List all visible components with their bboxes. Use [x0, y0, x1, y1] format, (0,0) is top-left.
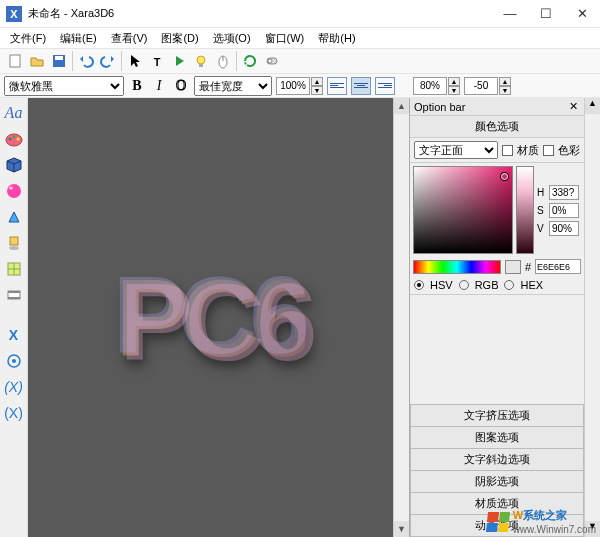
svg-text:T: T	[154, 56, 161, 68]
value-slider[interactable]	[516, 166, 534, 254]
main-toolbar: T	[0, 48, 600, 74]
depth-up[interactable]: ▲	[499, 77, 511, 86]
save-button[interactable]	[48, 50, 70, 72]
scroll-down-icon[interactable]: ▼	[394, 521, 409, 537]
rotate-button[interactable]	[3, 350, 25, 372]
section-shadow[interactable]: 阴影选项	[410, 470, 584, 492]
width-select[interactable]: 最佳宽度	[194, 76, 272, 96]
hex-input[interactable]	[535, 259, 581, 274]
window-title: 未命名 - Xara3D6	[28, 6, 114, 21]
color-picker-row: H S V	[410, 163, 584, 257]
material-checkbox[interactable]	[502, 145, 513, 156]
depth-down[interactable]: ▼	[499, 86, 511, 95]
bevel-button[interactable]	[3, 206, 25, 228]
hsv-radio[interactable]	[414, 280, 424, 290]
hex-mode-label: HEX	[520, 279, 543, 291]
x-axis-button[interactable]: X	[3, 324, 25, 346]
zoom-down[interactable]: ▼	[311, 86, 323, 95]
svg-point-6	[197, 56, 205, 64]
italic-button[interactable]: I	[150, 77, 168, 95]
undo-button[interactable]	[75, 50, 97, 72]
opacity-down[interactable]: ▼	[448, 86, 460, 95]
svg-rect-7	[199, 64, 203, 67]
sv-picker[interactable]	[413, 166, 513, 254]
watermark-text: 系统之家	[523, 509, 567, 521]
panel-vscroll[interactable]: ▲▼	[584, 98, 600, 537]
animation-button[interactable]	[3, 284, 25, 306]
scroll-up-icon[interactable]: ▲	[394, 98, 409, 114]
reset-x-button[interactable]: (X)	[3, 402, 25, 424]
panel-scroll-up[interactable]: ▲	[585, 98, 600, 114]
h-label: H	[537, 187, 547, 198]
section-pattern[interactable]: 图案选项	[410, 426, 584, 448]
color-target-select[interactable]: 文字正面	[414, 141, 498, 159]
color-mode-row: HSV RGB HEX	[410, 276, 584, 295]
menu-window[interactable]: 窗口(W)	[259, 30, 311, 47]
zoom-control[interactable]: ▲▼	[276, 77, 323, 95]
zoom-up[interactable]: ▲	[311, 77, 323, 86]
option-bar-close[interactable]: ✕	[566, 100, 580, 113]
play-button[interactable]	[168, 50, 190, 72]
canvas[interactable]: PC6	[28, 98, 393, 537]
toggle-button[interactable]	[261, 50, 283, 72]
canvas-vscroll[interactable]: ▲▼	[393, 98, 409, 537]
zoom-input[interactable]	[276, 77, 310, 95]
hue-slider[interactable]	[413, 260, 501, 274]
v-input[interactable]	[549, 221, 579, 236]
font-select[interactable]: 微软雅黑	[4, 76, 124, 96]
bold-button[interactable]: B	[128, 77, 146, 95]
redo-button[interactable]	[97, 50, 119, 72]
new-button[interactable]	[4, 50, 26, 72]
minimize-button[interactable]: —	[492, 0, 528, 28]
titlebar: X 未命名 - Xara3D6 — ☐ ✕	[0, 0, 600, 28]
color-section-header[interactable]: 颜色选项	[410, 116, 584, 138]
menu-help[interactable]: 帮助(H)	[312, 30, 361, 47]
h-input[interactable]	[549, 185, 579, 200]
opacity-control[interactable]: ▲▼	[413, 77, 460, 95]
depth-input[interactable]	[464, 77, 498, 95]
close-button[interactable]: ✕	[564, 0, 600, 28]
mouse-button[interactable]	[212, 50, 234, 72]
s-input[interactable]	[549, 203, 579, 218]
material-label: 材质	[517, 143, 539, 158]
s-label: S	[537, 205, 547, 216]
section-bevel[interactable]: 文字斜边选项	[410, 448, 584, 470]
texture-button[interactable]	[3, 258, 25, 280]
align-center-button[interactable]	[351, 77, 371, 95]
hex-radio[interactable]	[504, 280, 514, 290]
opacity-input[interactable]	[413, 77, 447, 95]
text-tool-button[interactable]: T	[146, 50, 168, 72]
svg-rect-22	[8, 291, 20, 293]
maximize-button[interactable]: ☐	[528, 0, 564, 28]
align-left-button[interactable]	[327, 77, 347, 95]
svg-point-25	[12, 359, 16, 363]
italic-x-button[interactable]: (X)	[3, 376, 25, 398]
menu-file[interactable]: 文件(F)	[4, 30, 52, 47]
rgb-radio[interactable]	[459, 280, 469, 290]
palette-button[interactable]	[3, 128, 25, 150]
text-style-button[interactable]: Aa	[3, 102, 25, 124]
opacity-up[interactable]: ▲	[448, 77, 460, 86]
menu-edit[interactable]: 编辑(E)	[54, 30, 103, 47]
light-button[interactable]	[190, 50, 212, 72]
app-icon: X	[6, 6, 22, 22]
menu-view[interactable]: 查看(V)	[105, 30, 154, 47]
shadow-button[interactable]	[3, 232, 25, 254]
cube-button[interactable]	[3, 154, 25, 176]
open-button[interactable]	[26, 50, 48, 72]
svg-text:X: X	[10, 8, 18, 20]
refresh-button[interactable]	[239, 50, 261, 72]
windows-flag-icon	[486, 512, 510, 532]
section-extrude[interactable]: 文字挤压选项	[410, 404, 584, 426]
svg-point-16	[7, 184, 21, 198]
menu-pattern[interactable]: 图案(D)	[155, 30, 204, 47]
depth-control[interactable]: ▲▼	[464, 77, 511, 95]
outline-button[interactable]: O	[172, 77, 190, 95]
sphere-button[interactable]	[3, 180, 25, 202]
color-checkbox[interactable]	[543, 145, 554, 156]
cursor-button[interactable]	[124, 50, 146, 72]
watermark-url: www.Winwin7.com	[513, 524, 596, 535]
menu-options[interactable]: 选项(O)	[207, 30, 257, 47]
rendered-text: PC6	[116, 254, 306, 381]
align-right-button[interactable]	[375, 77, 395, 95]
